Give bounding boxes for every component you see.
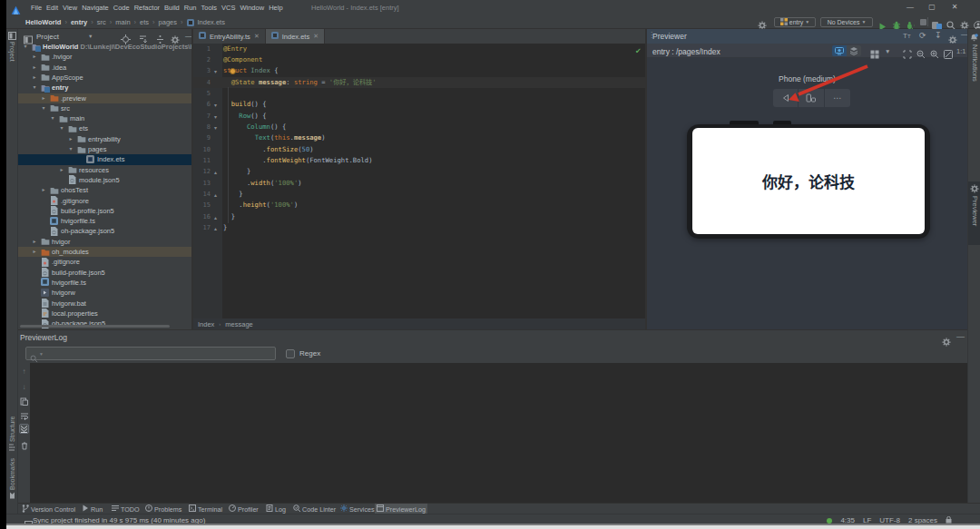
more-options-button[interactable]: ⋯	[825, 89, 850, 107]
log-hide-icon[interactable]: —	[956, 332, 965, 341]
tree-item-pages[interactable]: ▾pages	[18, 144, 191, 154]
code-line-11[interactable]: .fontWeight(FontWeight.Bold)	[223, 155, 372, 166]
device-selector[interactable]: No Devices ▼	[820, 17, 873, 28]
scroll-to-end-icon[interactable]	[19, 424, 29, 434]
fold-close-icon[interactable]: ▴	[214, 169, 217, 175]
previewer-settings-gear-icon[interactable]	[948, 32, 959, 43]
tree-item-hvigorfile-ts[interactable]: hvigorfile.ts	[18, 278, 191, 288]
chevron-collapsed-icon[interactable]: ▸	[31, 73, 38, 80]
tool-stripe-notifications[interactable]: Notifications	[968, 31, 980, 100]
tree-item-src[interactable]: ▾src	[18, 103, 191, 113]
tree-item-build-profile-json5[interactable]: build-profile.json5	[18, 206, 191, 216]
close-button[interactable]: ✕	[950, 3, 959, 12]
chevron-expanded-icon[interactable]: ▾	[49, 114, 56, 121]
screenshot-icon[interactable]	[944, 46, 955, 57]
breadcrumb-item-helloworld[interactable]: HelloWorld	[25, 18, 61, 26]
menu-run[interactable]: Run	[184, 4, 197, 12]
fold-close-icon[interactable]: ▴	[214, 214, 217, 220]
menu-build[interactable]: Build	[164, 4, 180, 12]
code-line-7[interactable]: Row() {	[223, 111, 267, 122]
dock-icon[interactable]: ↧	[935, 31, 946, 42]
stop-button[interactable]	[920, 19, 926, 25]
breadcrumb-item-main[interactable]: main	[115, 18, 130, 26]
chevron-collapsed-icon[interactable]: ▸	[40, 94, 47, 101]
tree-item-oh-package-json5[interactable]: oh-package.json5	[18, 226, 191, 236]
previewer-header[interactable]: ⋮ Previewer TT ⟳ ↧ —	[647, 29, 967, 44]
tool-stripe-previewer[interactable]: Previewer	[968, 181, 980, 245]
zoom-in-icon[interactable]	[930, 46, 941, 57]
tree-item-main[interactable]: ▾main	[18, 113, 191, 123]
regex-checkbox[interactable]	[286, 349, 295, 358]
tree-item-appscope[interactable]: ▸AppScope	[18, 73, 191, 83]
intention-bulb-icon[interactable]	[230, 68, 236, 74]
editor-tab-entryability-ts[interactable]: EntryAbility.ts✕	[193, 29, 266, 44]
fold-open-icon[interactable]: ▾	[214, 124, 217, 131]
menu-window[interactable]: Window	[240, 4, 264, 12]
tree-item-resources[interactable]: ▸resources	[18, 165, 191, 175]
editor-tab-index-ets[interactable]: Index.ets✕	[266, 29, 325, 44]
code-line-6[interactable]: build() {	[223, 99, 267, 110]
code-line-14[interactable]: }	[223, 189, 243, 200]
menu-vcs[interactable]: VCS	[221, 4, 235, 12]
tree-item-helloworld[interactable]: ▾HelloWorld D:\Lunkeji\DevEcoStudioProje…	[18, 42, 191, 52]
fit-to-screen-icon[interactable]	[903, 46, 914, 57]
menu-code[interactable]: Code	[113, 4, 130, 12]
expand-collapse-icon[interactable]	[155, 32, 165, 42]
chevron-collapsed-icon[interactable]: ▸	[40, 186, 47, 192]
chevron-collapsed-icon[interactable]: ▸	[31, 53, 38, 59]
code-line-4[interactable]: @State message: string = '你好，论科技'	[223, 77, 377, 88]
code-line-9[interactable]: Text(this.message)	[223, 132, 326, 143]
log-search-input[interactable]: ▼	[25, 347, 276, 360]
menu-refactor[interactable]: Refactor	[134, 4, 160, 12]
log-down-icon[interactable]: ↓	[19, 382, 29, 392]
breadcrumb-item-src[interactable]: src	[97, 18, 106, 26]
menu-edit[interactable]: Edit	[46, 4, 58, 12]
chevron-expanded-icon[interactable]: ▾	[31, 83, 38, 90]
tree-item--gitignore[interactable]: .gitignore	[18, 257, 191, 267]
code-line-16[interactable]: }	[223, 211, 235, 222]
breadcrumb-item-entry[interactable]: entry	[71, 18, 87, 26]
font-size-icon[interactable]: TT	[903, 32, 914, 43]
chevron-expanded-icon[interactable]: ▾	[67, 145, 74, 152]
breadcrumb-item-index.ets[interactable]: Index.ets	[198, 18, 225, 26]
tree-item-local-properties[interactable]: local.properties	[18, 309, 191, 318]
fold-open-icon[interactable]: ▾	[214, 102, 217, 108]
chevron-collapsed-icon[interactable]: ▸	[31, 64, 38, 70]
minimize-button[interactable]: —	[906, 3, 915, 12]
menu-file[interactable]: File	[31, 4, 42, 12]
tree-item-ohostest[interactable]: ▸ohosTest	[18, 185, 191, 195]
tree-item-ets[interactable]: ▾ets	[18, 123, 191, 133]
layout-grid-icon[interactable]	[870, 46, 881, 57]
tree-item-hvigor[interactable]: ▸hvigor	[18, 237, 191, 247]
log-copy-icon[interactable]	[19, 397, 29, 407]
maximize-button[interactable]: ▢	[927, 3, 936, 12]
chevron-collapsed-icon[interactable]: ▸	[67, 135, 74, 142]
layout-dropdown-chevron-icon[interactable]: ▼	[885, 48, 896, 59]
tree-item--hvigor[interactable]: ▸.hvigor	[18, 52, 191, 62]
collapse-all-icon[interactable]	[138, 32, 148, 42]
log-settings-gear-icon[interactable]	[942, 334, 951, 350]
tree-item-hvigorw[interactable]: hvigorw	[18, 288, 191, 298]
chevron-collapsed-icon[interactable]: ▸	[58, 166, 65, 172]
inspection-ok-icon[interactable]: ✔	[635, 48, 642, 55]
tree-item-entryability[interactable]: ▸entryability	[18, 134, 191, 144]
tree-item--gitignore[interactable]: .gitignore	[18, 196, 191, 206]
menu-tools[interactable]: Tools	[201, 4, 218, 12]
code-line-10[interactable]: .fontSize(50)	[223, 144, 314, 155]
refresh-icon[interactable]: ⟳	[919, 31, 930, 42]
phone-screen[interactable]: 你好，论科技	[692, 128, 925, 234]
zoom-out-icon[interactable]	[916, 46, 927, 57]
tree-item-index-ets[interactable]: Index.ets	[18, 154, 191, 164]
module-selector[interactable]: entry ▼	[774, 17, 816, 28]
menu-view[interactable]: View	[63, 4, 77, 12]
chevron-expanded-icon[interactable]: ▾	[40, 104, 47, 111]
tool-stripe-structure[interactable]: Structure	[6, 407, 18, 451]
chevron-collapsed-icon[interactable]: ▸	[31, 238, 38, 244]
tree-item--preview[interactable]: ▸.preview	[18, 93, 191, 103]
chevron-collapsed-icon[interactable]: ▸	[31, 248, 38, 254]
zoom-ratio-label[interactable]: 1:1	[956, 47, 967, 58]
tree-item--idea[interactable]: ▸.idea	[18, 63, 191, 73]
tab-close-icon[interactable]: ✕	[313, 33, 318, 40]
rotate-device-button[interactable]	[799, 89, 824, 107]
code-line-2[interactable]: @Component	[223, 54, 262, 65]
